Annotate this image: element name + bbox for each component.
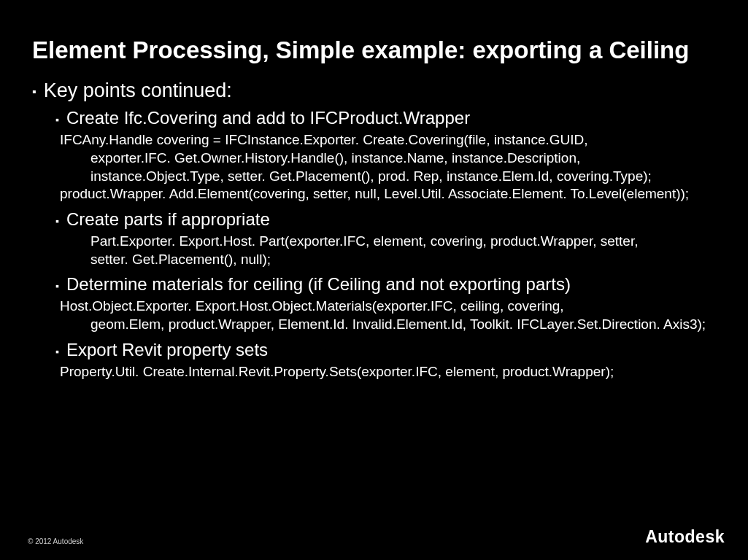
code-block: Property.Util. Create.Internal.Revit.Pro… xyxy=(60,363,716,381)
code-block: Host.Object.Exporter. Export.Host.Object… xyxy=(60,298,716,333)
code-line: geom.Elem, product.Wrapper, Element.Id. … xyxy=(60,316,716,334)
bullet-level-2: ▪ Export Revit property sets xyxy=(55,340,716,360)
bullet-level-1: ▪ Key points continued: xyxy=(32,79,716,102)
square-bullet-icon: ▪ xyxy=(55,346,59,357)
bullet-level-2: ▪ Determine materials for ceiling (if Ce… xyxy=(55,274,716,295)
bullet-level-2: ▪ Create Ifc.Covering and add to IFCProd… xyxy=(55,108,716,128)
code-line: IFCAny.Handle covering = IFCInstance.Exp… xyxy=(60,131,716,149)
subitem-label: Export Revit property sets xyxy=(66,340,268,360)
heading-text: Key points continued: xyxy=(44,79,232,102)
code-line: exporter.IFC. Get.Owner.History.Handle()… xyxy=(60,149,716,168)
square-bullet-icon: ▪ xyxy=(55,215,59,227)
subitem-label: Create parts if appropriate xyxy=(66,209,270,230)
code-line: setter. Get.Placement(), null); xyxy=(60,251,716,269)
code-line: Part.Exporter. Export.Host. Part(exporte… xyxy=(60,233,716,251)
slide-content: ▪ Key points continued: ▪ Create Ifc.Cov… xyxy=(0,65,748,381)
copyright-text: © 2012 Autodesk xyxy=(28,537,83,545)
brand-logo: Autodesk xyxy=(645,527,725,547)
code-block: IFCAny.Handle covering = IFCInstance.Exp… xyxy=(60,131,716,203)
square-bullet-icon: ▪ xyxy=(55,280,59,292)
square-bullet-icon: ▪ xyxy=(32,85,36,98)
code-line: instance.Object.Type, setter. Get.Placem… xyxy=(60,168,716,186)
subitem-label: Determine materials for ceiling (if Ceil… xyxy=(66,274,571,295)
subitem-label: Create Ifc.Covering and add to IFCProduc… xyxy=(66,108,470,128)
bullet-level-2: ▪ Create parts if appropriate xyxy=(55,209,716,230)
code-line: Host.Object.Exporter. Export.Host.Object… xyxy=(60,298,716,316)
square-bullet-icon: ▪ xyxy=(55,114,59,125)
code-block: Part.Exporter. Export.Host. Part(exporte… xyxy=(60,233,716,268)
code-line: Property.Util. Create.Internal.Revit.Pro… xyxy=(60,363,716,381)
code-line: product.Wrapper. Add.Element(covering, s… xyxy=(60,185,716,203)
slide-title: Element Processing, Simple example: expo… xyxy=(0,0,748,65)
